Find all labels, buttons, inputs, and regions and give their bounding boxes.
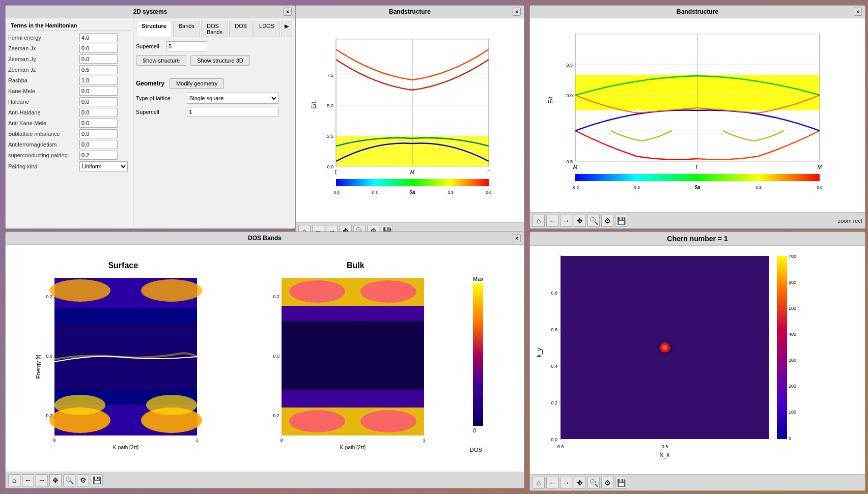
svg-text:0.0: 0.0 <box>694 185 701 190</box>
supercell-row2: Supercell <box>136 107 292 117</box>
save-button-chern[interactable]: 💾 <box>615 477 627 489</box>
param-input-sublattice[interactable] <box>79 129 118 138</box>
back-button-chern[interactable]: ← <box>546 477 558 489</box>
svg-rect-71 <box>282 390 424 408</box>
param-label-sublattice: Sublattice imbalance <box>8 131 79 137</box>
close-band2-button[interactable]: × <box>854 8 862 16</box>
svg-text:1: 1 <box>423 438 426 443</box>
param-input-fermi[interactable] <box>79 33 118 42</box>
supercell-input2[interactable] <box>187 107 278 117</box>
param-select-pairing[interactable]: Uniform Singlet Triplet <box>79 161 128 171</box>
param-row-antihaldane: Anti-Haldane <box>8 108 130 117</box>
back-button-dos[interactable]: ← <box>22 474 34 486</box>
svg-text:M: M <box>818 164 822 170</box>
param-label-antihaldane: Anti-Haldane <box>8 109 79 115</box>
min-label: 0 <box>473 427 476 433</box>
param-row-afm: Antiferromagnetism <box>8 140 130 149</box>
svg-text:-0.2: -0.2 <box>272 413 280 418</box>
bulk-svg: 0.2 0.0 -0.2 0 1 K-path [2π] <box>266 273 444 456</box>
zoom-button-band2[interactable]: 🔍 <box>587 215 600 227</box>
param-input-kanemele[interactable] <box>79 86 118 96</box>
dos-label: DOS <box>470 447 482 453</box>
forward-button-band2[interactable]: → <box>560 215 572 227</box>
pan-button-chern[interactable]: ✥ <box>574 477 586 489</box>
param-label-jy: Zeeman Jy <box>8 56 79 62</box>
show-structure-button[interactable]: Show structure <box>136 55 186 66</box>
svg-text:-0.6: -0.6 <box>572 185 579 190</box>
tab-dos[interactable]: DOS <box>229 21 253 37</box>
surface-title: Surface <box>108 261 138 270</box>
param-input-haldane[interactable] <box>79 97 118 106</box>
zoom-button-dos[interactable]: 🔍 <box>63 474 75 486</box>
tab-more[interactable]: ▶ <box>281 21 292 37</box>
param-input-rashba[interactable] <box>79 76 118 85</box>
svg-rect-70 <box>282 306 424 321</box>
svg-text:0: 0 <box>281 438 283 443</box>
settings-button-chern[interactable]: ⚙ <box>601 477 613 489</box>
window-chern: Chern number = 1 k_y <box>529 231 865 491</box>
param-input-afm[interactable] <box>79 140 118 149</box>
titlebar-band2: Bandstructure × <box>530 6 865 18</box>
zoom-button-chern[interactable]: 🔍 <box>587 477 600 489</box>
forward-button-chern[interactable]: → <box>560 477 572 489</box>
structure-panel: Structure Bands DOS Bands DOS LDOS ▶ Sup… <box>133 18 295 228</box>
param-label-pairing: Pairing kind <box>8 163 79 169</box>
svg-point-76 <box>360 410 416 432</box>
svg-text:0.5: 0.5 <box>566 63 573 68</box>
svg-text:K-path [2π]: K-path [2π] <box>340 445 366 450</box>
band2-svg: E/t -0.5 0.0 0.5 M Γ M <box>545 29 850 202</box>
forward-button-dos[interactable]: → <box>36 474 48 486</box>
svg-text:E/t: E/t <box>547 97 553 103</box>
home-button-chern[interactable]: ⌂ <box>533 477 545 489</box>
param-label-haldane: Haldane <box>8 99 79 105</box>
param-row-rashba: Rashba <box>8 76 130 85</box>
home-button-band2[interactable]: ⌂ <box>533 215 545 227</box>
window-2d-systems: 2D systems × Terms in the Hamiltonian Fe… <box>5 5 295 229</box>
param-input-antihaldane[interactable] <box>79 108 118 117</box>
save-button-dos[interactable]: 💾 <box>91 474 103 486</box>
close-band1-button[interactable]: × <box>513 8 521 16</box>
show-structure-3d-button[interactable]: Show structure 3D <box>190 55 249 66</box>
svg-point-54 <box>146 395 197 415</box>
pan-button-band2[interactable]: ✥ <box>574 215 586 227</box>
svg-text:0.2: 0.2 <box>551 400 557 405</box>
home-button-dos[interactable]: ⌂ <box>8 474 20 486</box>
svg-text:k_y: k_y <box>536 348 543 358</box>
svg-text:0.0: 0.0 <box>46 354 52 359</box>
settings-button-dos[interactable]: ⚙ <box>77 474 89 486</box>
param-input-antikm[interactable] <box>79 119 118 128</box>
svg-text:0.0: 0.0 <box>566 93 573 98</box>
lattice-type-select[interactable]: Single square Double square Honeycomb Tr… <box>187 93 278 104</box>
save-button-band2[interactable]: 💾 <box>615 215 627 227</box>
svg-rect-17 <box>336 179 489 186</box>
close-dos-button[interactable]: × <box>513 234 521 242</box>
title-band1: Bandstructure <box>389 8 431 15</box>
tab-structure[interactable]: Structure <box>136 21 172 37</box>
chern-toolbar: ⌂ ← → ✥ 🔍 ⚙ 💾 <box>530 474 865 490</box>
svg-text:7.5: 7.5 <box>327 73 333 78</box>
close-2d-button[interactable]: × <box>284 8 292 16</box>
param-label-jz: Zeeman Jz <box>8 67 79 73</box>
param-row-antikm: Anti Kane-Mele <box>8 119 130 128</box>
settings-button-band2[interactable]: ⚙ <box>601 215 613 227</box>
svg-rect-83 <box>473 283 483 426</box>
param-input-jx[interactable] <box>79 44 118 53</box>
param-input-jz[interactable] <box>79 65 118 74</box>
svg-text:5.0: 5.0 <box>327 103 333 108</box>
svg-text:0.4: 0.4 <box>551 364 557 369</box>
param-row-sublattice: Sublattice imbalance <box>8 129 130 138</box>
tab-dos-bands[interactable]: DOS Bands <box>201 21 228 37</box>
supercell-input[interactable] <box>166 41 207 51</box>
modify-geometry-button[interactable]: Modify geometry <box>170 78 224 89</box>
svg-rect-72 <box>282 321 424 390</box>
titlebar-2d: 2D systems × <box>6 6 295 18</box>
param-input-jy[interactable] <box>79 54 118 64</box>
svg-text:400: 400 <box>789 332 796 337</box>
svg-text:0: 0 <box>789 436 791 441</box>
tab-bands[interactable]: Bands <box>173 21 200 37</box>
pan-button-dos[interactable]: ✥ <box>49 474 62 486</box>
back-button-band2[interactable]: ← <box>546 215 558 227</box>
tab-ldos[interactable]: LDOS <box>254 21 280 37</box>
param-input-sc[interactable] <box>79 151 118 160</box>
param-row-pairing: Pairing kind Uniform Singlet Triplet <box>8 161 130 171</box>
